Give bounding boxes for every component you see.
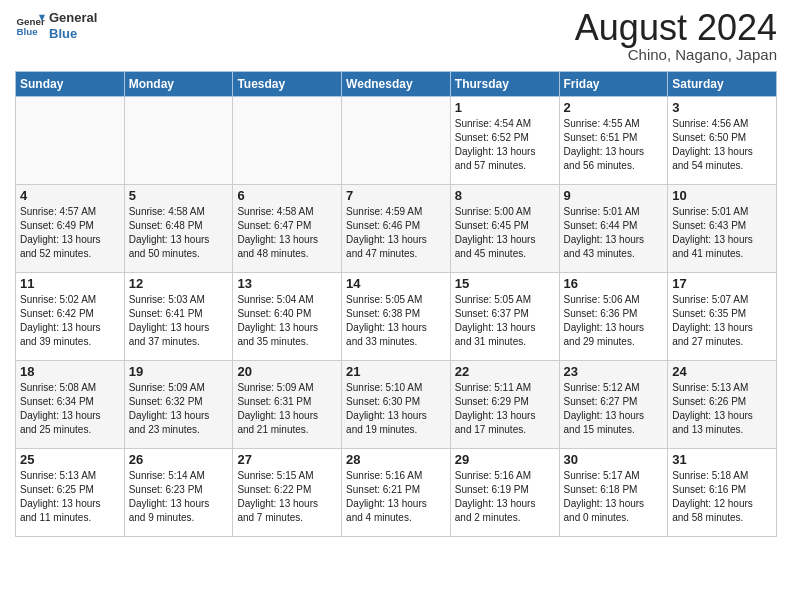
calendar-week-row: 1Sunrise: 4:54 AM Sunset: 6:52 PM Daylig… — [16, 97, 777, 185]
day-number: 29 — [455, 452, 555, 467]
cell-details: Sunrise: 5:02 AM Sunset: 6:42 PM Dayligh… — [20, 293, 120, 349]
cell-details: Sunrise: 5:13 AM Sunset: 6:25 PM Dayligh… — [20, 469, 120, 525]
calendar-cell — [233, 97, 342, 185]
calendar-cell: 18Sunrise: 5:08 AM Sunset: 6:34 PM Dayli… — [16, 361, 125, 449]
calendar-cell — [16, 97, 125, 185]
calendar-cell: 9Sunrise: 5:01 AM Sunset: 6:44 PM Daylig… — [559, 185, 668, 273]
day-number: 19 — [129, 364, 229, 379]
cell-details: Sunrise: 5:08 AM Sunset: 6:34 PM Dayligh… — [20, 381, 120, 437]
day-number: 27 — [237, 452, 337, 467]
cell-details: Sunrise: 5:14 AM Sunset: 6:23 PM Dayligh… — [129, 469, 229, 525]
day-number: 26 — [129, 452, 229, 467]
weekday-header: Thursday — [450, 72, 559, 97]
day-number: 22 — [455, 364, 555, 379]
calendar-cell — [342, 97, 451, 185]
calendar-week-row: 18Sunrise: 5:08 AM Sunset: 6:34 PM Dayli… — [16, 361, 777, 449]
calendar-header-row: SundayMondayTuesdayWednesdayThursdayFrid… — [16, 72, 777, 97]
cell-details: Sunrise: 4:59 AM Sunset: 6:46 PM Dayligh… — [346, 205, 446, 261]
calendar-cell: 26Sunrise: 5:14 AM Sunset: 6:23 PM Dayli… — [124, 449, 233, 537]
day-number: 6 — [237, 188, 337, 203]
cell-details: Sunrise: 4:58 AM Sunset: 6:47 PM Dayligh… — [237, 205, 337, 261]
day-number: 12 — [129, 276, 229, 291]
calendar-cell: 3Sunrise: 4:56 AM Sunset: 6:50 PM Daylig… — [668, 97, 777, 185]
calendar-cell: 19Sunrise: 5:09 AM Sunset: 6:32 PM Dayli… — [124, 361, 233, 449]
calendar-cell: 27Sunrise: 5:15 AM Sunset: 6:22 PM Dayli… — [233, 449, 342, 537]
cell-details: Sunrise: 5:17 AM Sunset: 6:18 PM Dayligh… — [564, 469, 664, 525]
cell-details: Sunrise: 5:04 AM Sunset: 6:40 PM Dayligh… — [237, 293, 337, 349]
cell-details: Sunrise: 4:57 AM Sunset: 6:49 PM Dayligh… — [20, 205, 120, 261]
day-number: 18 — [20, 364, 120, 379]
weekday-header: Sunday — [16, 72, 125, 97]
cell-details: Sunrise: 5:11 AM Sunset: 6:29 PM Dayligh… — [455, 381, 555, 437]
day-number: 13 — [237, 276, 337, 291]
cell-details: Sunrise: 5:15 AM Sunset: 6:22 PM Dayligh… — [237, 469, 337, 525]
cell-details: Sunrise: 5:13 AM Sunset: 6:26 PM Dayligh… — [672, 381, 772, 437]
logo-text: General Blue — [49, 10, 97, 41]
calendar-cell: 1Sunrise: 4:54 AM Sunset: 6:52 PM Daylig… — [450, 97, 559, 185]
calendar-cell: 8Sunrise: 5:00 AM Sunset: 6:45 PM Daylig… — [450, 185, 559, 273]
cell-details: Sunrise: 4:58 AM Sunset: 6:48 PM Dayligh… — [129, 205, 229, 261]
calendar-cell: 4Sunrise: 4:57 AM Sunset: 6:49 PM Daylig… — [16, 185, 125, 273]
calendar-cell: 11Sunrise: 5:02 AM Sunset: 6:42 PM Dayli… — [16, 273, 125, 361]
calendar-cell: 29Sunrise: 5:16 AM Sunset: 6:19 PM Dayli… — [450, 449, 559, 537]
logo-icon: General Blue — [15, 11, 45, 41]
weekday-header: Saturday — [668, 72, 777, 97]
day-number: 14 — [346, 276, 446, 291]
calendar-cell: 28Sunrise: 5:16 AM Sunset: 6:21 PM Dayli… — [342, 449, 451, 537]
day-number: 1 — [455, 100, 555, 115]
calendar-week-row: 11Sunrise: 5:02 AM Sunset: 6:42 PM Dayli… — [16, 273, 777, 361]
calendar-cell: 23Sunrise: 5:12 AM Sunset: 6:27 PM Dayli… — [559, 361, 668, 449]
calendar-week-row: 4Sunrise: 4:57 AM Sunset: 6:49 PM Daylig… — [16, 185, 777, 273]
calendar-body: 1Sunrise: 4:54 AM Sunset: 6:52 PM Daylig… — [16, 97, 777, 537]
day-number: 4 — [20, 188, 120, 203]
cell-details: Sunrise: 5:07 AM Sunset: 6:35 PM Dayligh… — [672, 293, 772, 349]
day-number: 23 — [564, 364, 664, 379]
cell-details: Sunrise: 5:09 AM Sunset: 6:32 PM Dayligh… — [129, 381, 229, 437]
calendar-cell — [124, 97, 233, 185]
calendar-cell: 6Sunrise: 4:58 AM Sunset: 6:47 PM Daylig… — [233, 185, 342, 273]
calendar-cell: 5Sunrise: 4:58 AM Sunset: 6:48 PM Daylig… — [124, 185, 233, 273]
cell-details: Sunrise: 5:16 AM Sunset: 6:21 PM Dayligh… — [346, 469, 446, 525]
calendar-table: SundayMondayTuesdayWednesdayThursdayFrid… — [15, 71, 777, 537]
calendar-cell: 14Sunrise: 5:05 AM Sunset: 6:38 PM Dayli… — [342, 273, 451, 361]
calendar-cell: 20Sunrise: 5:09 AM Sunset: 6:31 PM Dayli… — [233, 361, 342, 449]
weekday-header: Tuesday — [233, 72, 342, 97]
calendar-cell: 25Sunrise: 5:13 AM Sunset: 6:25 PM Dayli… — [16, 449, 125, 537]
cell-details: Sunrise: 5:05 AM Sunset: 6:37 PM Dayligh… — [455, 293, 555, 349]
day-number: 5 — [129, 188, 229, 203]
day-number: 9 — [564, 188, 664, 203]
day-number: 11 — [20, 276, 120, 291]
calendar-cell: 30Sunrise: 5:17 AM Sunset: 6:18 PM Dayli… — [559, 449, 668, 537]
cell-details: Sunrise: 4:56 AM Sunset: 6:50 PM Dayligh… — [672, 117, 772, 173]
calendar-cell: 24Sunrise: 5:13 AM Sunset: 6:26 PM Dayli… — [668, 361, 777, 449]
cell-details: Sunrise: 5:18 AM Sunset: 6:16 PM Dayligh… — [672, 469, 772, 525]
day-number: 25 — [20, 452, 120, 467]
calendar-cell: 10Sunrise: 5:01 AM Sunset: 6:43 PM Dayli… — [668, 185, 777, 273]
day-number: 17 — [672, 276, 772, 291]
cell-details: Sunrise: 4:55 AM Sunset: 6:51 PM Dayligh… — [564, 117, 664, 173]
day-number: 31 — [672, 452, 772, 467]
calendar-cell: 13Sunrise: 5:04 AM Sunset: 6:40 PM Dayli… — [233, 273, 342, 361]
weekday-header: Monday — [124, 72, 233, 97]
day-number: 21 — [346, 364, 446, 379]
cell-details: Sunrise: 5:01 AM Sunset: 6:43 PM Dayligh… — [672, 205, 772, 261]
calendar-cell: 17Sunrise: 5:07 AM Sunset: 6:35 PM Dayli… — [668, 273, 777, 361]
cell-details: Sunrise: 5:05 AM Sunset: 6:38 PM Dayligh… — [346, 293, 446, 349]
cell-details: Sunrise: 5:10 AM Sunset: 6:30 PM Dayligh… — [346, 381, 446, 437]
day-number: 10 — [672, 188, 772, 203]
day-number: 2 — [564, 100, 664, 115]
calendar-cell: 15Sunrise: 5:05 AM Sunset: 6:37 PM Dayli… — [450, 273, 559, 361]
calendar-cell: 22Sunrise: 5:11 AM Sunset: 6:29 PM Dayli… — [450, 361, 559, 449]
cell-details: Sunrise: 5:01 AM Sunset: 6:44 PM Dayligh… — [564, 205, 664, 261]
day-number: 8 — [455, 188, 555, 203]
day-number: 7 — [346, 188, 446, 203]
weekday-header: Friday — [559, 72, 668, 97]
day-number: 16 — [564, 276, 664, 291]
calendar-cell: 2Sunrise: 4:55 AM Sunset: 6:51 PM Daylig… — [559, 97, 668, 185]
cell-details: Sunrise: 5:09 AM Sunset: 6:31 PM Dayligh… — [237, 381, 337, 437]
cell-details: Sunrise: 5:03 AM Sunset: 6:41 PM Dayligh… — [129, 293, 229, 349]
svg-text:Blue: Blue — [17, 26, 39, 37]
cell-details: Sunrise: 5:06 AM Sunset: 6:36 PM Dayligh… — [564, 293, 664, 349]
cell-details: Sunrise: 5:16 AM Sunset: 6:19 PM Dayligh… — [455, 469, 555, 525]
cell-details: Sunrise: 5:00 AM Sunset: 6:45 PM Dayligh… — [455, 205, 555, 261]
